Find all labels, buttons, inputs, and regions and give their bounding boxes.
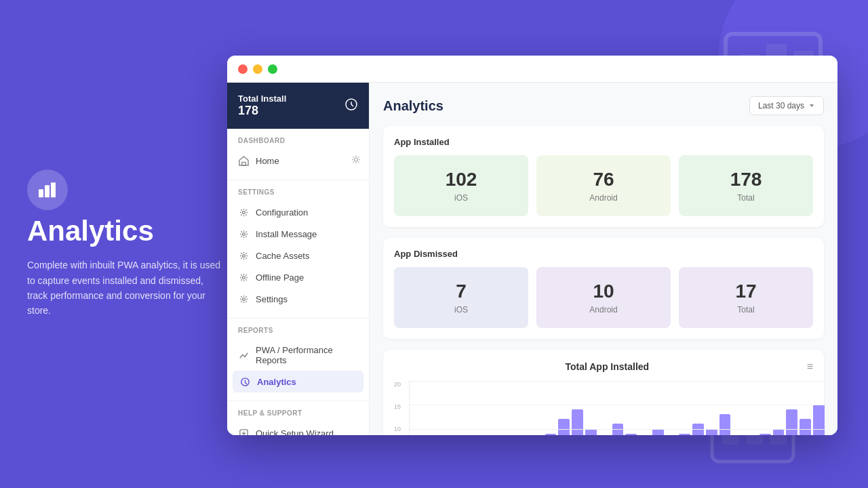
installed-android-label: Android	[550, 193, 657, 203]
svg-point-16	[242, 254, 245, 257]
bar-12	[572, 409, 583, 435]
installed-ios-value: 102	[408, 169, 515, 190]
y-axis-label: Total Install	[826, 381, 835, 435]
sidebar-item-analytics[interactable]: Analytics	[233, 371, 363, 392]
dismissed-android-label: Android	[550, 305, 657, 314]
installed-ios-card: 102 iOS	[394, 155, 528, 216]
bar-26	[760, 434, 771, 435]
sidebar-section-help: HELP & SUPPORT Quick Setup Wizard	[227, 401, 369, 435]
quick-setup-label: Quick Setup Wizard	[256, 428, 334, 436]
chevron-down-icon	[808, 102, 815, 109]
date-picker[interactable]: Last 30 days	[749, 96, 824, 115]
installed-total-value: 178	[692, 169, 800, 190]
bar-13	[585, 429, 597, 436]
svg-rect-10	[51, 182, 56, 197]
chart-section: Total App Installed ≡ 20 15 10 5 0	[383, 350, 824, 435]
sidebar-section-settings: SETTINGS Configuration	[227, 180, 369, 319]
chart-header: Total App Installed ≡	[394, 361, 813, 373]
bar-16	[625, 434, 637, 435]
y-axis: 20 15 10 5 0	[394, 381, 406, 435]
svg-rect-9	[45, 185, 50, 197]
bar-18	[652, 429, 664, 436]
svg-rect-8	[39, 189, 43, 197]
sidebar-header-title: Total Install	[238, 94, 286, 104]
chart-bars	[409, 381, 826, 435]
bar-21	[692, 424, 704, 435]
dismissed-ios-label: iOS	[408, 305, 515, 314]
svg-point-14	[242, 211, 245, 214]
content-title: Analytics	[383, 98, 443, 114]
sidebar-item-offline-page[interactable]: Offline Page	[227, 266, 369, 288]
sidebar-item-settings[interactable]: Settings	[227, 288, 369, 310]
settings-section-label: SETTINGS	[227, 188, 369, 201]
dismissed-android-card: 10 Android	[536, 267, 671, 328]
chart-title: Total App Installed	[408, 361, 807, 372]
bar-27	[773, 429, 785, 436]
svg-rect-12	[241, 162, 245, 165]
sidebar-item-pwa-reports[interactable]: PWA / Performance Reports	[227, 340, 369, 371]
sidebar-header-icon	[344, 98, 358, 114]
content-header: Analytics Last 30 days	[383, 96, 824, 115]
configuration-label: Configuration	[256, 207, 308, 218]
settings-label: Settings	[256, 294, 288, 304]
install-message-label: Install Message	[256, 229, 317, 239]
chart-menu-icon[interactable]: ≡	[807, 361, 813, 373]
sidebar-item-configuration[interactable]: Configuration	[227, 201, 369, 223]
sidebar-item-install-message[interactable]: Install Message	[227, 223, 369, 245]
date-picker-label: Last 30 days	[758, 101, 804, 110]
sidebar-item-quick-setup[interactable]: Quick Setup Wizard	[227, 422, 369, 435]
chart-container: 20 15 10 5 0	[394, 381, 813, 435]
sidebar-header: Total Install 178	[227, 83, 369, 129]
help-section-label: HELP & SUPPORT	[227, 409, 369, 422]
dot-green[interactable]	[268, 64, 277, 74]
content-area: Analytics Last 30 days App Installed 102…	[370, 83, 837, 435]
bar-10	[545, 434, 557, 435]
dashboard-section-label: DASHBOARD	[227, 137, 369, 150]
left-description: Complete with inbuilt PWA analytics, it …	[27, 258, 224, 319]
dismissed-total-label: Total	[692, 305, 800, 314]
dismissed-total-value: 17	[692, 281, 800, 302]
pwa-reports-label: PWA / Performance Reports	[256, 345, 358, 365]
pwa-reports-icon	[238, 350, 249, 361]
sidebar-header-count: 178	[238, 104, 286, 118]
dismissed-cards: 7 iOS 10 Android 17 Total	[394, 267, 813, 328]
bar-30	[813, 405, 825, 435]
main-area: Total Install 178 DASHBOARD	[227, 83, 837, 435]
gear-icon	[351, 155, 361, 167]
svg-point-17	[242, 276, 245, 279]
gridline-top	[410, 381, 826, 382]
left-heading: Analytics	[27, 216, 224, 247]
config-icon	[238, 207, 249, 218]
cache-icon	[238, 250, 249, 261]
analytics-badge	[27, 169, 68, 210]
y-label-10: 10	[394, 426, 401, 432]
svg-point-18	[242, 298, 245, 300]
install-message-icon	[238, 228, 249, 239]
left-panel: Analytics Complete with inbuilt PWA anal…	[27, 169, 224, 319]
bar-15	[612, 424, 624, 435]
dot-yellow[interactable]	[253, 64, 262, 74]
settings-icon	[238, 293, 249, 304]
sidebar-section-reports: REPORTS PWA / Performance Reports	[227, 319, 369, 401]
installed-cards: 102 iOS 76 Android 178 Total	[394, 155, 813, 216]
offline-page-label: Offline Page	[256, 272, 304, 283]
reports-section-label: REPORTS	[227, 327, 369, 340]
svg-point-15	[242, 232, 245, 235]
sidebar-item-cache-assets[interactable]: Cache Assets	[227, 245, 369, 266]
dismissed-total-card: 17 Total	[679, 267, 813, 328]
quick-setup-icon	[238, 428, 249, 435]
svg-point-13	[355, 158, 358, 161]
bar-28	[786, 409, 797, 435]
analytics-label: Analytics	[257, 377, 296, 387]
bar-20	[679, 434, 690, 435]
app-dismissed-section: App Dismissed 7 iOS 10 Android 17 Total	[383, 238, 824, 339]
sidebar-item-home[interactable]: Home	[227, 150, 369, 171]
offline-icon	[238, 272, 249, 283]
dismissed-ios-value: 7	[408, 281, 515, 302]
gridline-25	[410, 405, 826, 405]
sidebar-section-dashboard: DASHBOARD Home	[227, 129, 369, 180]
dot-red[interactable]	[238, 64, 248, 74]
home-label: Home	[256, 156, 279, 166]
title-bar-dots	[238, 64, 277, 74]
app-dismissed-title: App Dismissed	[394, 249, 813, 259]
